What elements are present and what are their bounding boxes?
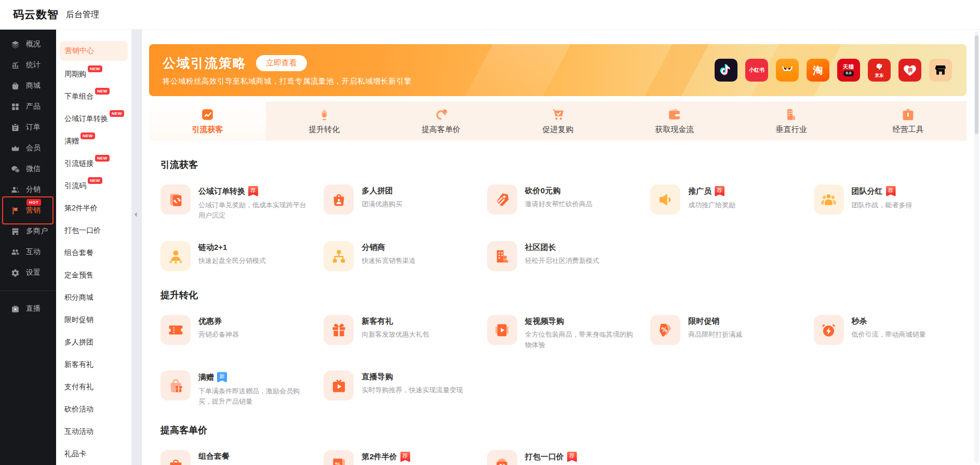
submenu-item-3[interactable]: 公域订单转换 NEW <box>56 108 131 130</box>
app-icon-weidian[interactable] <box>776 59 799 82</box>
submenu-item-0[interactable]: 营销中心 <box>60 41 128 61</box>
tab-funnel[interactable]: 提升转化 <box>266 101 383 141</box>
promo-banner: 公域引流策略 立即查看 将公域粉丝高效引导至私域商城，打造专属流量池，开启私域增… <box>149 44 966 96</box>
feature-card-combo-bag[interactable]: 组合套餐 关联商品组合销售 <box>160 450 313 465</box>
app-icon-shop[interactable] <box>929 59 952 82</box>
feature-card-megaphone[interactable]: 推广员荐 成功推广给奖励 <box>650 184 803 220</box>
section-title: 提高客单价 <box>160 424 966 436</box>
submenu-item-8[interactable]: 打包一口价 <box>56 219 131 242</box>
submenu-item-label: 周期购 <box>64 70 86 79</box>
secondary-sidebar: 营销中心 周期购 NEW 下单组合 NEW 公域订单转换 NEW 满赠 NEW … <box>56 30 131 465</box>
svg-text:拼: 拼 <box>907 67 913 73</box>
section-title: 引流获客 <box>160 158 966 171</box>
sidebar-item-product[interactable]: 产品 <box>0 96 56 117</box>
app-icon-xiaohongshu[interactable]: 小红书 <box>745 59 768 82</box>
recommend-badge: 荐 <box>248 186 258 196</box>
app-icon-douyin[interactable] <box>715 59 737 82</box>
submenu-item-label: 引流码 <box>64 181 86 191</box>
gift-icon <box>331 322 347 338</box>
card-title: 公域订单转换 <box>198 187 245 196</box>
team-icon <box>821 192 837 208</box>
submenu-item-14[interactable]: 新客有礼 <box>56 353 131 376</box>
card-title: 短视频导购 <box>525 316 564 326</box>
sidebar-item-overview[interactable]: 概况 <box>0 34 56 55</box>
feature-card-bag-gift[interactable]: 满赠新 下单满条件即送赠品，激励会员购买，提升产品销量 <box>160 370 313 406</box>
feature-card-team[interactable]: 团队分红荐 团队作战，能者多得 <box>814 184 966 220</box>
submenu-item-12[interactable]: 限时促销 <box>56 309 131 331</box>
feature-tile <box>160 450 191 465</box>
app-icon-pinduoduo[interactable]: 拼 <box>898 59 921 82</box>
sidebar-item-live[interactable]: 直播 <box>0 298 56 319</box>
tab-building[interactable]: 垂直行业 <box>733 101 850 141</box>
window-scrollbar[interactable] <box>974 31 979 463</box>
feature-tile <box>324 184 354 215</box>
feature-card-price-tags[interactable]: 砍价0元购 邀请好友帮忙砍价商品 <box>487 184 640 220</box>
sidebar-item-order[interactable]: 订单 <box>0 117 56 138</box>
app-icon-taobao[interactable]: 淘 <box>807 59 829 82</box>
sidebar-item-member[interactable]: 会员 <box>0 138 56 158</box>
feature-card-package-n[interactable]: N 打包一口价荐 一口价随心选，有效提升客单价 <box>487 450 640 465</box>
sidebar-item-settings[interactable]: 设置 <box>0 262 56 283</box>
submenu-item-7[interactable]: 第2件半价 <box>56 197 131 219</box>
feature-tile <box>160 184 191 215</box>
sidebar-item-wechat[interactable]: 微信 <box>0 158 56 179</box>
submenu-item-label: 支付有礼 <box>64 382 93 392</box>
tab-price-up[interactable]: 提高客单价 <box>383 101 500 141</box>
card-title: 分销商 <box>361 243 385 252</box>
feature-tile: % <box>324 450 354 465</box>
combo-bag-icon <box>168 457 184 465</box>
sidebar-item-marketing[interactable]: 营销 HOT <box>0 200 56 221</box>
sidebar-item-distribution[interactable]: 分销 <box>0 179 56 200</box>
recommend-badge: 荐 <box>715 186 724 196</box>
sidebar-item-multi-store[interactable]: 多商户 <box>0 221 56 242</box>
feature-card-gift[interactable]: 新客有礼 向新客发放优惠大礼包 <box>324 315 476 350</box>
feature-card-group-bag[interactable]: 多人拼团 团满优惠购买 <box>324 184 476 220</box>
platform-app-icons: 小红书淘天猫0.0京东拼 <box>715 59 966 82</box>
tab-label: 促进复购 <box>542 125 573 135</box>
submenu-item-label: 礼品卡 <box>64 449 86 459</box>
card-title: 优惠券 <box>198 316 222 326</box>
submenu-item-13[interactable]: 多人拼团 <box>56 331 131 353</box>
submenu-item-15[interactable]: 支付有礼 <box>56 376 131 398</box>
submenu-item-1[interactable]: 周期购 NEW <box>56 63 131 85</box>
marketing-sections: 引流获客 公域订单转换荐 公域订单兑奖励，低成本实现跨平台用户沉淀 多人拼团 团… <box>149 158 966 465</box>
feature-card-coupon[interactable]: 优惠券 营销必备神器 <box>160 315 313 350</box>
submenu-item-2[interactable]: 下单组合 NEW <box>56 85 131 108</box>
sidebar-item-stats[interactable]: 统计 <box>0 55 56 75</box>
submenu-item-5[interactable]: 引流链接 NEW <box>56 152 131 175</box>
submenu-item-16[interactable]: 砍价活动 <box>56 398 131 420</box>
scrollbar-thumb[interactable] <box>975 35 978 134</box>
tab-cart-check[interactable]: 促进复购 <box>500 101 616 141</box>
feature-card-clipboard-sync[interactable]: 公域订单转换荐 公域订单兑奖励，低成本实现跨平台用户沉淀 <box>160 184 313 220</box>
feature-card-flash-clock[interactable]: 秒杀 低价引流，带动商城销量 <box>814 315 966 350</box>
feature-card-community[interactable]: 社区团长 轻松开启社区消费新模式 <box>487 241 640 271</box>
submenu-item-10[interactable]: 定金预售 <box>56 264 131 286</box>
submenu-item-18[interactable]: 礼品卡 <box>56 443 131 465</box>
submenu-item-4[interactable]: 满赠 NEW <box>56 130 131 152</box>
video-icon <box>494 322 510 338</box>
tab-chart-up[interactable]: 引流获客 <box>149 101 266 141</box>
tab-briefcase[interactable]: 经营工具 <box>850 101 966 141</box>
view-now-button[interactable]: 立即查看 <box>256 55 307 71</box>
card-grid: 公域订单转换荐 公域订单兑奖励，低成本实现跨平台用户沉淀 多人拼团 团满优惠购买… <box>160 184 966 271</box>
category-tabs: 引流获客 提升转化 提高客单价 促进复购 获取现金流 垂直行业 经营工具 <box>149 101 966 141</box>
card-description: 轻松开启社区消费新模式 <box>525 256 599 266</box>
coupon-icon <box>168 322 184 338</box>
feature-card-video[interactable]: 短视频导购 全方位包装商品，带来身临其境的购物体验 <box>487 315 640 350</box>
feature-card-percent-tag[interactable]: % 限时促销 商品限时打折满减 <box>650 315 803 350</box>
feature-card-org-chart[interactable]: 分销商 快速拓宽销售渠道 <box>324 241 476 271</box>
tab-wallet[interactable]: 获取现金流 <box>616 101 733 141</box>
submenu-item-9[interactable]: 组合套餐 <box>56 242 131 264</box>
sidebar-item-interact[interactable]: 互动 <box>0 242 56 262</box>
sidebar-item-mall[interactable]: 商城 <box>0 75 56 96</box>
app-icon-tmall[interactable]: 天猫0.0 <box>837 59 860 82</box>
feature-card-live-tv[interactable]: 直播导购 实时导购推荐，快速实现流量变现 <box>324 370 476 406</box>
submenu-item-17[interactable]: 互动活动 <box>56 420 131 443</box>
submenu-item-6[interactable]: 引流码 NEW <box>56 175 131 197</box>
submenu-item-11[interactable]: 积分商城 <box>56 286 131 309</box>
app-icon-jd[interactable]: 京东 <box>868 59 891 82</box>
org-chart-icon <box>331 248 347 264</box>
feature-card-person-link[interactable]: 链动2+1 快速起盘全民分销模式 <box>160 241 313 271</box>
feature-card-percent-receipt[interactable]: % 第2件半价荐 再买1件立享优惠，刺激客户下单，提升商品销量 <box>324 450 476 465</box>
collapse-sidebar-button[interactable] <box>132 205 140 224</box>
